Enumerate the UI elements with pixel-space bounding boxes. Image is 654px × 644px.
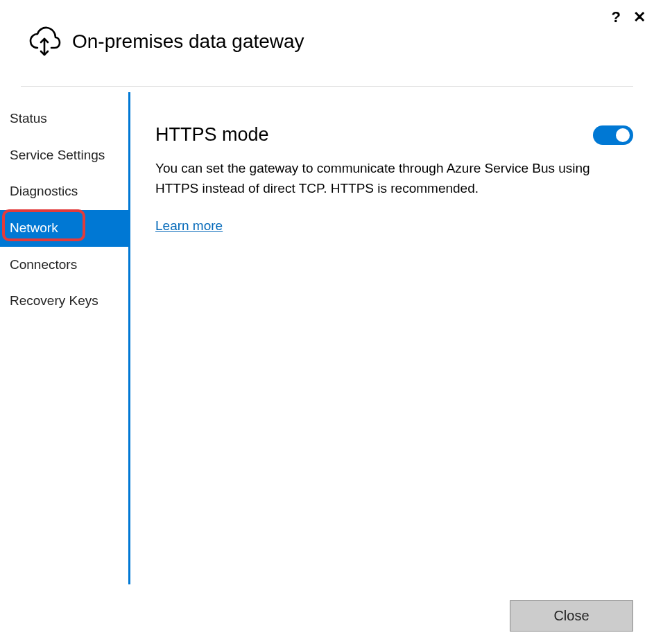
footer: Close [510, 600, 633, 632]
sidebar-item-label: Diagnostics [10, 184, 78, 198]
sidebar-item-diagnostics[interactable]: Diagnostics [0, 173, 128, 210]
sidebar-item-service-settings[interactable]: Service Settings [0, 137, 128, 174]
sidebar-item-label: Status [10, 111, 47, 125]
help-icon[interactable]: ? [612, 8, 621, 26]
header: On-premises data gateway [0, 0, 654, 86]
sidebar-item-network[interactable]: Network [0, 210, 128, 247]
sidebar-item-label: Recovery Keys [10, 293, 98, 308]
https-mode-title: HTTPS mode [155, 124, 269, 146]
sidebar-item-connectors[interactable]: Connectors [0, 247, 128, 284]
sidebar: Status Service Settings Diagnostics Netw… [0, 92, 130, 584]
close-icon[interactable]: ✕ [633, 8, 646, 26]
sidebar-item-label: Service Settings [10, 148, 105, 162]
sidebar-item-status[interactable]: Status [0, 101, 128, 137]
https-mode-description: You can set the gateway to communicate t… [155, 158, 633, 199]
main-content: HTTPS mode You can set the gateway to co… [130, 92, 654, 584]
learn-more-link[interactable]: Learn more [155, 218, 223, 234]
https-mode-toggle[interactable] [593, 125, 633, 145]
divider [21, 86, 633, 87]
sidebar-item-label: Network [10, 220, 58, 235]
sidebar-item-recovery-keys[interactable]: Recovery Keys [0, 283, 128, 320]
page-title: On-premises data gateway [72, 31, 304, 53]
sidebar-item-label: Connectors [10, 257, 77, 272]
toggle-knob [616, 128, 630, 142]
close-button[interactable]: Close [510, 600, 633, 632]
cloud-gateway-icon [28, 25, 61, 58]
